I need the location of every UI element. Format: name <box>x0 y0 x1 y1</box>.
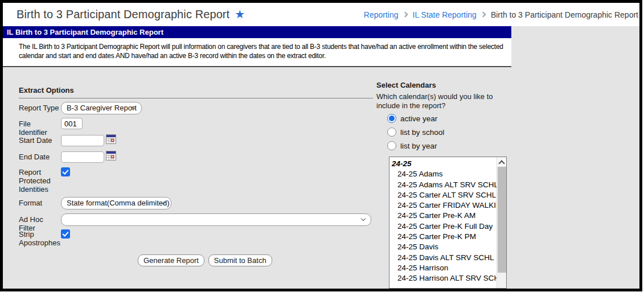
strip-apostrophes-checkbox[interactable] <box>61 229 70 239</box>
extract-options-divider <box>19 98 373 98</box>
radio-label: list by school <box>400 128 444 137</box>
start-date-label: Start Date <box>19 134 61 145</box>
radio-label: active year <box>400 114 437 123</box>
page-title: Birth to 3 Participant Demographic Repor… <box>17 8 229 21</box>
report-protected-identities-checkbox[interactable] <box>61 167 70 176</box>
format-label: Format <box>19 197 61 207</box>
calendar-list-item[interactable]: 24-25 Carter FRIDAY WALKINS <box>392 200 495 211</box>
listbox-scrollbar[interactable] <box>497 157 506 288</box>
calendar-icon[interactable] <box>106 134 116 146</box>
breadcrumb-item[interactable]: IL State Reporting <box>413 10 477 19</box>
report-title-bar: IL Birth to 3 Participant Demographic Re… <box>3 26 511 38</box>
calendar-mode-option[interactable]: list by year <box>387 141 437 150</box>
calendar-mode-option[interactable]: list by school <box>387 128 444 137</box>
radio-label: list by year <box>400 142 437 150</box>
breadcrumb-item[interactable]: Reporting <box>364 10 399 19</box>
report-type-select[interactable]: B-3 Caregiver Report <box>61 102 142 114</box>
report-card: IL Birth to 3 Participant Demographic Re… <box>3 26 511 67</box>
breadcrumb-item[interactable]: Birth to 3 Participant Demographic Repor… <box>491 10 638 19</box>
calendar-mode-option[interactable]: active year <box>387 114 437 123</box>
calendar-list-item[interactable]: 24-25 Harrison ALT SRV SCHL <box>392 273 495 283</box>
scroll-up-icon[interactable] <box>497 157 506 166</box>
strip-apostrophes-label: Strip Apostrophes <box>19 228 61 247</box>
calendar-icon[interactable] <box>106 151 116 163</box>
extract-options-section: Extract Options Report Type B-3 Caregive… <box>19 86 373 98</box>
start-date-input[interactable] <box>61 135 104 146</box>
calendar-listbox[interactable]: 24-25 24-25 Adams 24-25 Adams ALT SRV SC… <box>389 157 507 289</box>
report-protected-identities-label: Report Protected Identities <box>19 166 61 194</box>
calendars-question: Which calendar(s) would you like to incl… <box>376 92 516 110</box>
end-date-input[interactable] <box>61 151 104 163</box>
extract-options-heading: Extract Options <box>19 86 373 94</box>
calendar-list-item[interactable]: 24-25 Davis ALT SRV SCHL <box>392 253 495 263</box>
format-select[interactable]: State format(Comma delimited) <box>61 197 171 209</box>
calendar-list-item[interactable]: 24-25 Harrison <box>392 263 495 273</box>
calendar-list-item[interactable]: 24-25 Carter Pre-K AM <box>392 211 495 221</box>
generate-report-button[interactable]: Generate Report <box>138 254 204 266</box>
calendar-items: 24-25 Adams 24-25 Adams ALT SRV SCHL 24-… <box>392 169 495 283</box>
app-header: Birth to 3 Participant Demographic Repor… <box>3 3 639 26</box>
scrollbar-thumb[interactable] <box>498 167 506 273</box>
calendar-list-item[interactable]: 24-25 Carter ALT SRV SCHL <box>392 190 495 200</box>
calendar-list-item[interactable]: 24-25 Carter Pre-K Full Day <box>392 221 495 232</box>
chevron-right-icon <box>480 12 486 18</box>
report-type-label: Report Type <box>19 102 61 112</box>
chevron-down-icon <box>361 216 366 221</box>
content-area: IL Birth to 3 Participant Demographic Re… <box>3 26 639 289</box>
calendar-list-item[interactable]: 24-25 Adams <box>392 169 495 179</box>
calendar-list-item[interactable]: 24-25 Davis <box>392 242 495 252</box>
format-value: State format(Comma delimited) <box>67 199 170 207</box>
favorite-star-icon[interactable]: ★ <box>235 9 245 20</box>
end-date-label: End Date <box>19 151 61 161</box>
select-calendars-section: Select Calendars Which calendar(s) would… <box>376 81 516 110</box>
submit-to-batch-button[interactable]: Submit to Batch <box>208 254 272 266</box>
calendar-list-item[interactable]: 24-25 Carter Pre-K PM <box>392 232 495 242</box>
calendar-list-item[interactable]: 24-25 Adams ALT SRV SCHL <box>392 180 495 190</box>
screenshot-frame: Birth to 3 Participant Demographic Repor… <box>0 0 642 291</box>
file-identifier-input[interactable] <box>61 118 83 129</box>
radio-icon[interactable] <box>387 128 396 137</box>
radio-icon[interactable] <box>387 141 396 150</box>
breadcrumb: Reporting IL State Reporting Birth to 3 … <box>364 10 638 19</box>
report-type-value: B-3 Caregiver Report <box>67 104 137 112</box>
chevron-right-icon <box>402 12 408 18</box>
ad-hoc-filter-select[interactable] <box>61 213 371 226</box>
select-calendars-heading: Select Calendars <box>376 81 516 89</box>
report-description: The IL Birth to 3 Participant Demographi… <box>3 38 511 67</box>
radio-icon[interactable] <box>387 114 396 123</box>
calendar-year-group[interactable]: 24-25 <box>392 159 495 169</box>
